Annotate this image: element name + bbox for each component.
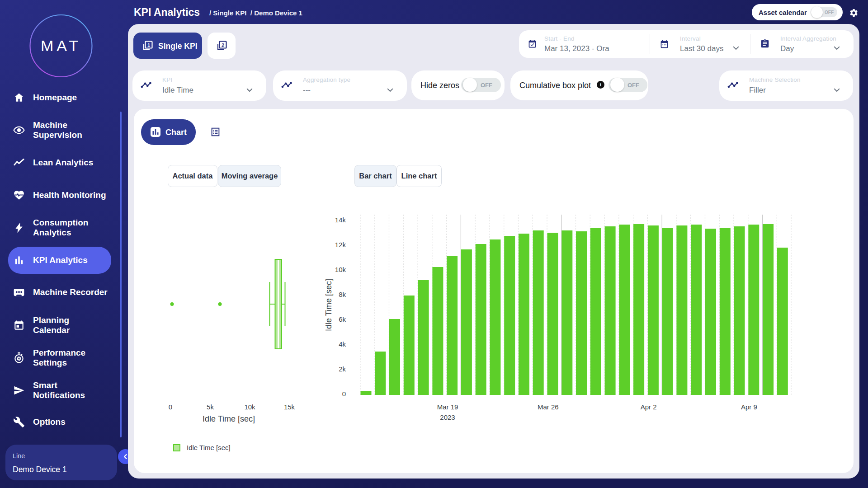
svg-text:1: 1 — [147, 42, 150, 48]
svg-text:4k: 4k — [339, 340, 346, 348]
svg-text:6k: 6k — [339, 315, 346, 323]
svg-text:14k: 14k — [335, 216, 346, 224]
svg-text:0: 0 — [342, 390, 346, 398]
svg-text:5k: 5k — [207, 403, 214, 411]
svg-text:Idle Time [sec]: Idle Time [sec] — [187, 444, 231, 451]
svg-text:2: 2 — [222, 42, 224, 48]
svg-text:Idle Time [sec]: Idle Time [sec] — [324, 279, 333, 331]
svg-text:Idle Time [sec]: Idle Time [sec] — [203, 414, 255, 423]
svg-text:10k: 10k — [244, 403, 255, 411]
svg-text:10k: 10k — [335, 266, 346, 273]
svg-text:15k: 15k — [284, 403, 295, 411]
svg-text:Apr 2: Apr 2 — [641, 403, 657, 411]
svg-text:12k: 12k — [335, 241, 346, 249]
svg-text:8k: 8k — [339, 291, 346, 298]
svg-text:Mar 19: Mar 19 — [437, 403, 458, 411]
svg-text:0: 0 — [169, 403, 172, 411]
svg-text:Apr 9: Apr 9 — [741, 403, 757, 411]
svg-text:2023: 2023 — [440, 413, 455, 421]
svg-text:Mar 26: Mar 26 — [538, 403, 559, 411]
svg-text:MAT: MAT — [41, 37, 81, 54]
svg-text:2k: 2k — [339, 365, 346, 373]
